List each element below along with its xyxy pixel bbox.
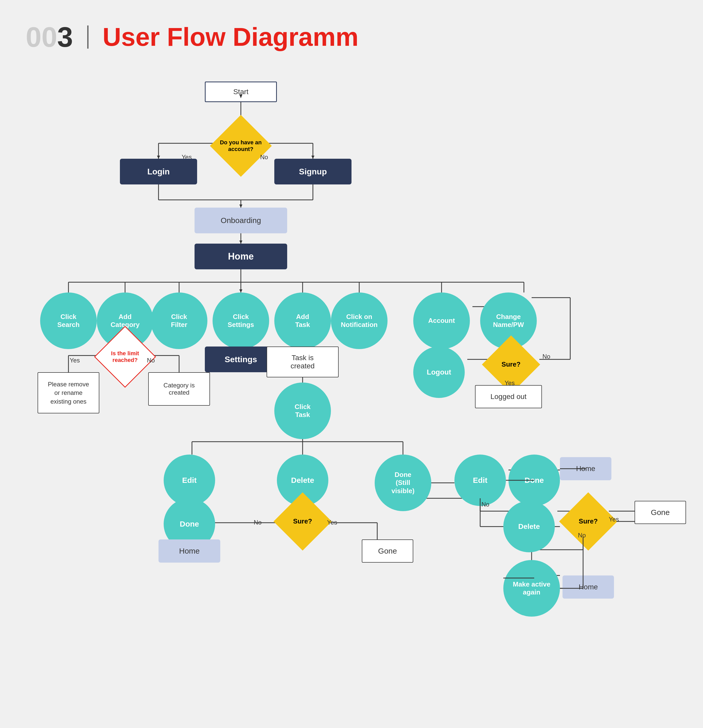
edit2-node: Edit bbox=[454, 455, 506, 506]
page: 003 User Flow Diagramm bbox=[0, 0, 703, 728]
home3-node: Home bbox=[563, 575, 614, 599]
done-still-visible-node: Done (Still visible) bbox=[375, 455, 431, 511]
header-divider bbox=[87, 26, 88, 49]
svg-marker-76 bbox=[239, 205, 242, 208]
home4-node: Home bbox=[159, 539, 220, 563]
no-label-sure2: No bbox=[254, 519, 262, 526]
login-node: Login bbox=[120, 159, 197, 185]
header-num-bold: 3 bbox=[57, 21, 73, 53]
home-node: Home bbox=[195, 244, 287, 269]
diagram: Start Do you have an account? Yes No Log… bbox=[30, 74, 673, 717]
no-label-account: No bbox=[482, 501, 489, 508]
header-num-faded: 00 bbox=[26, 21, 57, 53]
sure3-node: Sure? bbox=[560, 496, 616, 547]
click-filter-node: Click Filter bbox=[151, 292, 207, 349]
svg-marker-77 bbox=[239, 289, 242, 292]
gone2-node: Gone bbox=[362, 539, 413, 563]
svg-marker-75 bbox=[311, 156, 314, 159]
no-label-limit: No bbox=[147, 357, 155, 364]
yes-label-sure3: Yes bbox=[609, 516, 619, 523]
delete2-node: Delete bbox=[503, 501, 555, 552]
done2-node: Done bbox=[508, 455, 560, 506]
signup-node: Signup bbox=[274, 159, 352, 185]
page-title: User Flow Diagramm bbox=[103, 22, 359, 52]
click-search-node: Click Search bbox=[40, 292, 97, 349]
start-node: Start bbox=[205, 82, 277, 102]
click-notification-node: Click on Notification bbox=[331, 292, 388, 349]
header: 003 User Flow Diagramm bbox=[26, 20, 677, 53]
logged-out-node: Logged out bbox=[475, 385, 542, 408]
click-settings-node: Click Settings bbox=[213, 292, 269, 349]
click-task-node: Click Task bbox=[274, 383, 331, 439]
svg-marker-74 bbox=[157, 156, 160, 159]
make-active-node: Make active again bbox=[503, 560, 560, 617]
yes-label-sure2: Yes bbox=[327, 519, 337, 526]
no-label-1: No bbox=[260, 153, 268, 161]
svg-marker-73 bbox=[239, 241, 242, 244]
account-node: Account bbox=[413, 292, 470, 349]
add-task-node: Add Task bbox=[274, 292, 331, 349]
header-number: 003 bbox=[26, 20, 73, 53]
settings-node: Settings bbox=[205, 347, 277, 372]
please-remove-node: Please remove or rename existing ones bbox=[38, 372, 99, 413]
question1-node: Do you have an account? bbox=[210, 120, 272, 172]
no-label-sure3: No bbox=[578, 532, 586, 539]
is-limit-node: Is the limit reached? bbox=[94, 331, 156, 383]
logout-node: Logout bbox=[413, 347, 465, 398]
no-label-sure1: No bbox=[542, 353, 550, 360]
sure2-node: Sure? bbox=[274, 496, 331, 547]
category-is-created-node: Category is created bbox=[148, 372, 210, 406]
home2-node: Home bbox=[560, 457, 611, 480]
task-is-created-node: Task is created bbox=[266, 347, 338, 377]
yes-label-limit: Yes bbox=[70, 357, 80, 364]
onboarding-node: Onboarding bbox=[195, 208, 287, 233]
gone1-node: Gone bbox=[635, 501, 686, 524]
